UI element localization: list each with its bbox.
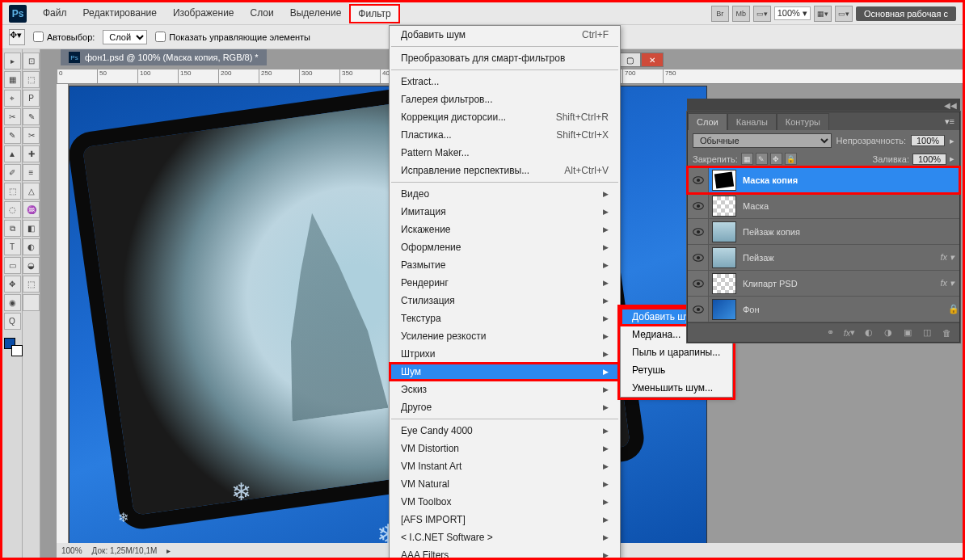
tool-button[interactable]: ✎ — [4, 127, 21, 144]
layer-row[interactable]: Клипарт PSDfx ▾ — [688, 271, 959, 297]
tool-button[interactable]: ♒ — [23, 201, 40, 218]
minibridge-icon[interactable]: Mb — [732, 6, 750, 22]
tool-button[interactable]: ◐ — [23, 238, 40, 255]
show-transform-controls-checkbox[interactable]: Показать управляющие элементы — [155, 32, 310, 42]
visibility-eye-icon[interactable] — [688, 193, 709, 218]
layer-row[interactable]: Маска — [688, 193, 959, 219]
layer-row[interactable]: Фон🔒 — [688, 297, 959, 322]
lock-transparency-icon[interactable]: ▦ — [741, 153, 753, 165]
tool-button[interactable]: ◌ — [4, 201, 21, 218]
tool-button[interactable]: ◧ — [23, 220, 40, 237]
color-swatch[interactable] — [4, 338, 20, 354]
layer-row[interactable]: Пейзажfx ▾ — [688, 245, 959, 271]
tool-button[interactable]: ≡ — [23, 164, 40, 181]
tool-button[interactable]: ✐ — [4, 164, 21, 181]
new-group-icon[interactable]: ▣ — [901, 327, 914, 339]
menu-item[interactable]: Эскиз — [390, 381, 620, 398]
menu-item[interactable]: Пыль и царапины... — [621, 343, 732, 361]
menu-item[interactable]: Eye Candy 4000 — [390, 422, 620, 440]
opacity-value[interactable]: 100% — [911, 135, 945, 146]
tool-button[interactable] — [23, 294, 40, 311]
menu-item[interactable]: Стилизация — [390, 292, 620, 309]
tool-button[interactable]: ◒ — [23, 257, 40, 274]
panel-tab[interactable]: Слои — [688, 113, 727, 130]
tool-button[interactable]: Q — [4, 313, 21, 330]
extras-icon[interactable]: ▭▾ — [835, 6, 853, 22]
layer-mask-icon[interactable]: ◐ — [862, 327, 875, 339]
workspace-button[interactable]: Основная рабочая с — [856, 6, 956, 21]
menu-item[interactable]: VM Toolbox — [390, 493, 620, 511]
lock-pixels-icon[interactable]: ✎ — [756, 153, 768, 165]
screen-mode-icon[interactable]: ▭▾ — [753, 6, 771, 22]
panel-tab[interactable]: Контуры — [777, 113, 829, 130]
tool-button[interactable]: ⧉ — [4, 220, 21, 237]
status-arrow-icon[interactable]: ▸ — [166, 546, 171, 555]
layer-style-icon[interactable]: fx▾ — [843, 327, 856, 339]
fill-value[interactable]: 100% — [912, 154, 946, 165]
visibility-eye-icon[interactable] — [688, 297, 709, 322]
panel-collapse-bar[interactable]: ◀◀ — [687, 99, 960, 112]
menu-item[interactable]: Усиление резкости — [390, 327, 620, 345]
menu-item[interactable]: Штрихи — [390, 345, 620, 363]
bridge-icon[interactable]: Br — [711, 6, 729, 22]
tool-button[interactable]: ▭ — [4, 257, 21, 274]
blend-mode-select[interactable]: Обычные — [693, 133, 832, 148]
delete-layer-icon[interactable]: 🗑 — [940, 327, 953, 339]
menu-item[interactable]: Размытие — [390, 256, 620, 274]
tool-button[interactable]: ⬚ — [23, 276, 40, 293]
menu-item[interactable]: Pattern Maker... — [390, 144, 620, 162]
menu-изображение[interactable]: Изображение — [165, 4, 242, 23]
menu-item[interactable]: AAA Filters — [390, 546, 620, 560]
visibility-eye-icon[interactable] — [688, 271, 709, 296]
tool-button[interactable]: ▸ — [4, 53, 21, 69]
tool-button[interactable]: △ — [23, 183, 40, 200]
menu-item[interactable]: Уменьшить шум... — [621, 379, 732, 397]
tool-button[interactable]: ⌖ — [4, 90, 21, 107]
menu-item[interactable]: Добавить шумCtrl+F — [390, 26, 620, 44]
menu-item[interactable]: Оформление — [390, 238, 620, 256]
menu-item[interactable]: [AFS IMPORT] — [390, 511, 620, 528]
menu-item[interactable]: Искажение — [390, 221, 620, 238]
tool-button[interactable]: ▲ — [4, 145, 21, 162]
menu-выделение[interactable]: Выделение — [282, 4, 350, 23]
menu-item[interactable]: Другое — [390, 398, 620, 416]
menu-item[interactable]: Имитация — [390, 203, 620, 221]
menu-item[interactable]: Extract... — [390, 73, 620, 91]
menu-редактирование[interactable]: Редактирование — [75, 4, 165, 23]
tool-button[interactable]: ⬚ — [23, 71, 40, 88]
menu-item[interactable]: Исправление перспективы...Alt+Ctrl+V — [390, 162, 620, 179]
tool-button[interactable]: ▦ — [4, 71, 21, 88]
menu-item[interactable]: Ретушь — [621, 361, 732, 379]
menu-item[interactable]: Коррекция дисторсии...Shift+Ctrl+R — [390, 108, 620, 126]
tool-button[interactable]: ✂ — [23, 127, 40, 144]
tool-button[interactable]: T — [4, 238, 21, 255]
menu-item[interactable]: Преобразовать для смарт-фильтров — [390, 49, 620, 67]
link-layers-icon[interactable]: ⚭ — [824, 327, 836, 339]
menu-файл[interactable]: Файл — [35, 4, 75, 23]
tool-button[interactable]: ⬚ — [4, 183, 21, 200]
fx-indicator[interactable]: fx ▾ — [940, 252, 959, 263]
visibility-eye-icon[interactable] — [688, 245, 709, 270]
menu-item[interactable]: Видео — [390, 185, 620, 203]
menu-item[interactable]: VM Instant Art — [390, 457, 620, 475]
close-icon[interactable]: ✕ — [641, 53, 664, 67]
menu-item[interactable]: Шум — [390, 363, 620, 381]
layer-row[interactable]: Пейзаж копия — [688, 219, 959, 245]
menu-item[interactable]: Галерея фильтров... — [390, 91, 620, 108]
menu-слои[interactable]: Слои — [242, 4, 282, 23]
collapse-arrow-icon[interactable]: ◀◀ — [944, 101, 957, 110]
panel-menu-icon[interactable]: ▾≡ — [940, 113, 959, 130]
menu-item[interactable]: VM Natural — [390, 475, 620, 493]
tool-button[interactable]: ✥ — [4, 276, 21, 293]
tool-button[interactable]: ✚ — [23, 145, 40, 162]
lock-all-icon[interactable]: 🔒 — [785, 153, 797, 165]
auto-select-checkbox[interactable]: Автовыбор: — [33, 32, 95, 42]
layer-row[interactable]: Маска копия — [688, 167, 959, 193]
menu-item[interactable]: < I.C.NET Software > — [390, 528, 620, 546]
tool-button[interactable]: ⊡ — [23, 53, 40, 69]
tool-button[interactable]: ✂ — [4, 108, 21, 125]
maximize-icon[interactable]: ▢ — [618, 53, 641, 67]
tool-button[interactable]: ✎ — [23, 108, 40, 125]
auto-select-target[interactable]: Слой — [103, 30, 147, 44]
visibility-eye-icon[interactable] — [688, 219, 709, 244]
